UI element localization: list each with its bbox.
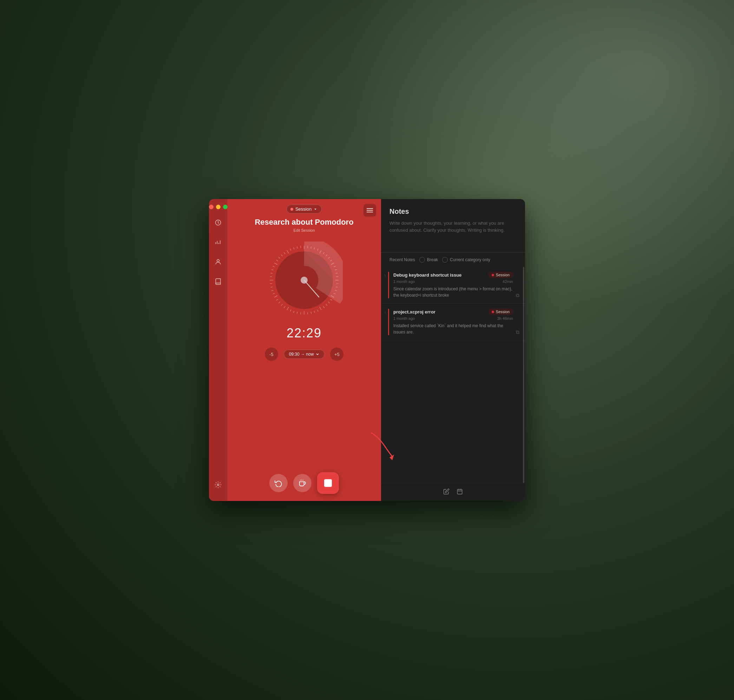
svg-line-45 — [287, 307, 289, 310]
svg-line-47 — [281, 304, 282, 306]
scrollbar[interactable] — [523, 267, 524, 483]
stop-icon — [324, 479, 332, 487]
clock-container — [265, 241, 343, 319]
svg-line-66 — [290, 249, 291, 250]
sidebar — [209, 199, 227, 501]
session-dot — [290, 208, 293, 210]
recent-notes-bar: Recent Notes Break Current category only — [381, 252, 525, 267]
note-badge: Session — [488, 309, 513, 315]
svg-line-69 — [301, 246, 301, 248]
svg-line-31 — [330, 299, 332, 300]
book-icon[interactable] — [213, 276, 223, 287]
right-panel: Notes Write down your thoughts, your lea… — [381, 199, 525, 501]
break-toggle-group: Break — [419, 257, 438, 263]
svg-line-32 — [328, 302, 329, 303]
sidebar-icons — [213, 218, 223, 480]
clock-svg — [265, 241, 343, 319]
badge-dot — [492, 311, 494, 313]
note-meta: 1 month ago 42min — [394, 279, 513, 284]
category-toggle-group: Current category only — [442, 257, 490, 263]
restart-icon — [275, 479, 282, 487]
plus-five-button[interactable]: +5 — [330, 347, 343, 361]
svg-line-63 — [281, 254, 282, 256]
note-time: 1 month ago — [394, 316, 415, 321]
notes-placeholder: Write down your thoughts, your learning,… — [389, 220, 517, 248]
svg-line-48 — [279, 302, 280, 303]
note-body: project.xcproj error Session 1 month ago… — [394, 309, 513, 335]
svg-line-53 — [270, 287, 273, 287]
badge-dot — [492, 274, 494, 276]
svg-line-56 — [270, 276, 272, 277]
edit-session-link[interactable]: Edit Session — [293, 228, 315, 232]
clock-icon[interactable] — [213, 218, 223, 228]
svg-line-33 — [326, 304, 327, 306]
badge-label: Session — [496, 273, 510, 277]
svg-line-57 — [270, 273, 273, 274]
notes-header: Notes Write down your thoughts, your lea… — [381, 199, 525, 252]
chevron-down-icon — [314, 207, 317, 211]
notes-footer — [381, 483, 525, 501]
up-arrow-icon: ↑ — [384, 273, 386, 278]
menu-button[interactable] — [364, 204, 376, 216]
main-content: Session Research about Pomodoro Edit Ses… — [227, 199, 381, 501]
maximize-button[interactable] — [223, 204, 228, 209]
left-panel: Session Research about Pomodoro Edit Ses… — [209, 199, 381, 501]
edit-note-icon[interactable] — [443, 488, 450, 496]
session-label: Session — [295, 206, 311, 212]
svg-line-64 — [284, 252, 285, 254]
svg-line-34 — [323, 306, 324, 308]
break-toggle[interactable] — [419, 257, 425, 263]
break-toggle-label: Break — [427, 257, 438, 262]
session-pill[interactable]: Session — [287, 204, 322, 213]
minimize-button[interactable] — [216, 204, 221, 209]
note-accent-bar — [388, 309, 389, 335]
svg-line-38 — [311, 312, 311, 314]
break-button[interactable] — [293, 474, 311, 492]
settings-icon[interactable] — [213, 480, 223, 490]
category-toggle[interactable] — [442, 257, 448, 263]
person-icon[interactable] — [213, 257, 223, 267]
badge-label: Session — [496, 310, 510, 314]
close-button[interactable] — [209, 204, 214, 209]
svg-line-41 — [301, 312, 301, 314]
svg-line-54 — [270, 284, 272, 284]
svg-point-5 — [217, 259, 220, 262]
note-title: project.xcproj error — [394, 309, 435, 315]
svg-rect-77 — [457, 490, 462, 494]
svg-line-42 — [297, 312, 298, 314]
svg-line-49 — [276, 299, 278, 300]
time-display: 22:29 — [287, 326, 322, 341]
restart-button[interactable] — [269, 474, 287, 492]
svg-line-35 — [320, 307, 321, 310]
svg-line-67 — [293, 247, 294, 250]
time-controls: -5 09:30 → now +5 — [265, 347, 344, 361]
svg-line-44 — [290, 310, 291, 312]
category-toggle-label: Current category only — [450, 257, 490, 262]
calendar-icon[interactable] — [457, 488, 463, 496]
time-range-pill[interactable]: 09:30 → now — [284, 350, 325, 359]
time-range-label: 09:30 → now — [289, 352, 314, 357]
svg-line-65 — [287, 250, 289, 253]
notes-list: ↑ Debug keyboard shortcut issue Session … — [381, 267, 525, 483]
svg-line-37 — [314, 311, 315, 313]
copy-icon[interactable]: ⧉ — [516, 329, 519, 335]
session-title: Research about Pomodoro — [255, 218, 353, 227]
list-item: ↑ Debug keyboard shortcut issue Session … — [381, 267, 525, 304]
note-duration: 3h 46min — [497, 316, 513, 321]
svg-line-59 — [273, 266, 274, 267]
stop-button[interactable] — [317, 472, 339, 494]
controls-row — [269, 472, 339, 494]
up-arrow-icon: ↑ — [384, 310, 386, 315]
note-time: 1 month ago — [394, 279, 415, 284]
svg-line-62 — [279, 257, 280, 258]
notes-title: Notes — [389, 207, 517, 216]
dropdown-chevron-icon — [316, 353, 319, 356]
stats-icon[interactable] — [213, 237, 223, 247]
note-meta: 1 month ago 3h 46min — [394, 316, 513, 321]
copy-icon[interactable]: ⧉ — [516, 293, 519, 299]
note-text: Installed service called `Kin` and it he… — [394, 323, 513, 335]
svg-line-61 — [276, 260, 278, 261]
svg-line-39 — [308, 312, 308, 314]
svg-line-46 — [284, 306, 285, 308]
minus-five-button[interactable]: -5 — [265, 347, 278, 361]
